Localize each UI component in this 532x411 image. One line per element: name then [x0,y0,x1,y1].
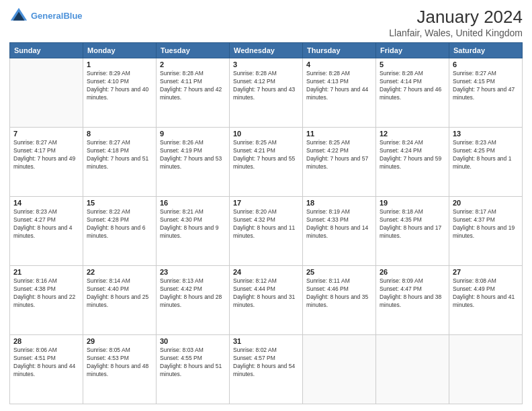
table-row: 2 Sunrise: 8:28 AM Sunset: 4:11 PM Dayli… [157,58,230,128]
daylight-text: Daylight: 7 hours and 44 minutes. [306,86,372,102]
day-number: 31 [233,337,299,345]
day-info: Sunrise: 8:28 AM Sunset: 4:14 PM Dayligh… [380,70,445,102]
sunrise-text: Sunrise: 8:05 AM [87,347,152,355]
table-row: 18 Sunrise: 8:19 AM Sunset: 4:33 PM Dayl… [303,197,376,266]
day-number: 19 [380,199,445,207]
day-info: Sunrise: 8:16 AM Sunset: 4:38 PM Dayligh… [13,277,79,310]
day-number: 14 [13,199,79,207]
daylight-text: Daylight: 7 hours and 57 minutes. [306,155,372,171]
sunset-text: Sunset: 4:22 PM [306,147,372,155]
sunrise-text: Sunrise: 8:29 AM [87,70,152,78]
daylight-text: Daylight: 8 hours and 54 minutes. [233,363,299,379]
day-info: Sunrise: 8:02 AM Sunset: 4:57 PM Dayligh… [233,347,299,379]
table-row: 26 Sunrise: 8:09 AM Sunset: 4:47 PM Dayl… [376,266,449,335]
table-row: 7 Sunrise: 8:27 AM Sunset: 4:17 PM Dayli… [10,128,83,197]
sunrise-text: Sunrise: 8:03 AM [160,347,226,355]
calendar-week-row: 28 Sunrise: 8:06 AM Sunset: 4:51 PM Dayl… [10,335,523,404]
table-row: 29 Sunrise: 8:05 AM Sunset: 4:53 PM Dayl… [83,335,157,404]
day-number: 29 [87,337,152,345]
sunrise-text: Sunrise: 8:28 AM [380,70,445,78]
sunrise-text: Sunrise: 8:28 AM [306,70,372,78]
sunset-text: Sunset: 4:19 PM [160,147,226,155]
sunrise-text: Sunrise: 8:06 AM [13,347,79,355]
day-info: Sunrise: 8:03 AM Sunset: 4:55 PM Dayligh… [160,347,226,379]
sunset-text: Sunset: 4:17 PM [13,147,79,155]
day-number: 24 [233,268,299,276]
table-row: 20 Sunrise: 8:17 AM Sunset: 4:37 PM Dayl… [449,197,523,266]
day-info: Sunrise: 8:28 AM Sunset: 4:11 PM Dayligh… [160,70,226,102]
day-number: 11 [306,130,372,138]
col-monday: Monday [83,43,157,58]
day-info: Sunrise: 8:17 AM Sunset: 4:37 PM Dayligh… [453,208,519,240]
sunrise-text: Sunrise: 8:21 AM [160,208,226,216]
daylight-text: Daylight: 8 hours and 51 minutes. [160,363,226,379]
sunrise-text: Sunrise: 8:16 AM [13,277,79,285]
daylight-text: Daylight: 8 hours and 4 minutes. [13,224,79,240]
table-row: 31 Sunrise: 8:02 AM Sunset: 4:57 PM Dayl… [230,335,303,404]
day-number: 4 [306,60,372,68]
day-info: Sunrise: 8:13 AM Sunset: 4:42 PM Dayligh… [160,277,226,310]
sunset-text: Sunset: 4:11 PM [160,78,226,86]
col-wednesday: Wednesday [230,43,303,58]
table-row: 30 Sunrise: 8:03 AM Sunset: 4:55 PM Dayl… [157,335,230,404]
table-row: 6 Sunrise: 8:27 AM Sunset: 4:15 PM Dayli… [449,58,523,128]
day-number: 9 [160,130,226,138]
table-row: 19 Sunrise: 8:18 AM Sunset: 4:35 PM Dayl… [376,197,449,266]
table-row: 14 Sunrise: 8:23 AM Sunset: 4:27 PM Dayl… [10,197,83,266]
logo: GeneralBlue [9,7,83,26]
logo-line2: Blue [63,11,82,21]
day-info: Sunrise: 8:06 AM Sunset: 4:51 PM Dayligh… [13,347,79,379]
daylight-text: Daylight: 8 hours and 22 minutes. [13,293,79,310]
day-info: Sunrise: 8:09 AM Sunset: 4:47 PM Dayligh… [380,277,445,310]
daylight-text: Daylight: 8 hours and 25 minutes. [87,293,152,310]
daylight-text: Daylight: 7 hours and 55 minutes. [233,155,299,171]
daylight-text: Daylight: 8 hours and 31 minutes. [233,293,299,310]
day-info: Sunrise: 8:20 AM Sunset: 4:32 PM Dayligh… [233,208,299,240]
table-row: 17 Sunrise: 8:20 AM Sunset: 4:32 PM Dayl… [230,197,303,266]
sunset-text: Sunset: 4:30 PM [160,216,226,224]
sunset-text: Sunset: 4:44 PM [233,285,299,293]
daylight-text: Daylight: 7 hours and 53 minutes. [160,155,226,171]
table-row: 22 Sunrise: 8:14 AM Sunset: 4:40 PM Dayl… [83,266,157,335]
day-number: 8 [87,130,152,138]
sunset-text: Sunset: 4:38 PM [13,285,79,293]
table-row: 16 Sunrise: 8:21 AM Sunset: 4:30 PM Dayl… [157,197,230,266]
daylight-text: Daylight: 8 hours and 38 minutes. [380,293,445,310]
sunrise-text: Sunrise: 8:11 AM [306,277,372,285]
sunrise-text: Sunrise: 8:09 AM [380,277,445,285]
day-number: 23 [160,268,226,276]
sunrise-text: Sunrise: 8:14 AM [87,277,152,285]
sunrise-text: Sunrise: 8:27 AM [87,139,152,147]
sunrise-text: Sunrise: 8:28 AM [233,70,299,78]
sunset-text: Sunset: 4:40 PM [87,285,152,293]
col-saturday: Saturday [449,43,523,58]
day-info: Sunrise: 8:28 AM Sunset: 4:12 PM Dayligh… [233,70,299,102]
day-info: Sunrise: 8:21 AM Sunset: 4:30 PM Dayligh… [160,208,226,240]
sunset-text: Sunset: 4:42 PM [160,285,226,293]
daylight-text: Daylight: 7 hours and 51 minutes. [87,155,152,171]
day-number: 26 [380,268,445,276]
table-row [303,335,376,404]
day-info: Sunrise: 8:12 AM Sunset: 4:44 PM Dayligh… [233,277,299,310]
day-number: 3 [233,60,299,68]
table-row: 27 Sunrise: 8:08 AM Sunset: 4:49 PM Dayl… [449,266,523,335]
day-number: 18 [306,199,372,207]
calendar-week-row: 21 Sunrise: 8:16 AM Sunset: 4:38 PM Dayl… [10,266,523,335]
table-row: 4 Sunrise: 8:28 AM Sunset: 4:13 PM Dayli… [303,58,376,128]
day-number: 17 [233,199,299,207]
calendar-header-row: Sunday Monday Tuesday Wednesday Thursday… [10,43,523,58]
table-row: 12 Sunrise: 8:24 AM Sunset: 4:24 PM Dayl… [376,128,449,197]
sunset-text: Sunset: 4:47 PM [380,285,445,293]
table-row: 28 Sunrise: 8:06 AM Sunset: 4:51 PM Dayl… [10,335,83,404]
table-row: 13 Sunrise: 8:23 AM Sunset: 4:25 PM Dayl… [449,128,523,197]
subtitle: Llanfair, Wales, United Kingdom [389,28,523,38]
day-number: 15 [87,199,152,207]
sunset-text: Sunset: 4:13 PM [306,78,372,86]
col-thursday: Thursday [303,43,376,58]
daylight-text: Daylight: 8 hours and 1 minute. [453,155,519,171]
day-number: 6 [453,60,519,68]
sunset-text: Sunset: 4:14 PM [380,78,445,86]
sunset-text: Sunset: 4:21 PM [233,147,299,155]
daylight-text: Daylight: 7 hours and 49 minutes. [13,155,79,171]
calendar-week-row: 14 Sunrise: 8:23 AM Sunset: 4:27 PM Dayl… [10,197,523,266]
